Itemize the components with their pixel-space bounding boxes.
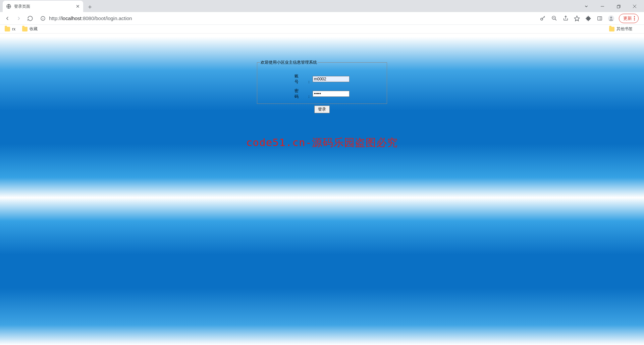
browser-chrome: 登录页面 ✕ ＋ http://localhost:8080/boot/logi… bbox=[0, 0, 644, 33]
tab-bar: 登录页面 ✕ ＋ bbox=[0, 0, 644, 12]
account-input[interactable] bbox=[313, 76, 350, 82]
info-icon[interactable] bbox=[40, 16, 46, 21]
address-bar: http://localhost:8080/boot/login.action … bbox=[0, 12, 644, 25]
globe-icon bbox=[6, 4, 11, 9]
tab-title: 登录页面 bbox=[14, 4, 73, 9]
url-field[interactable]: http://localhost:8080/boot/login.action bbox=[37, 13, 537, 23]
account-label: 账 号： bbox=[294, 73, 311, 85]
bookmark-rx[interactable]: rx bbox=[5, 27, 15, 31]
url-text: http://localhost:8080/boot/login.action bbox=[49, 15, 132, 21]
login-button[interactable]: 登录 bbox=[314, 106, 330, 113]
bookmark-fav[interactable]: 收藏 bbox=[22, 26, 38, 32]
new-tab-button[interactable]: ＋ bbox=[85, 2, 95, 11]
extensions-icon[interactable] bbox=[585, 15, 592, 22]
key-icon[interactable] bbox=[539, 15, 546, 22]
window-close-icon[interactable] bbox=[627, 1, 642, 11]
password-input[interactable] bbox=[313, 91, 350, 97]
login-legend: 欢迎使用小区业主信息管理系统 bbox=[260, 60, 318, 65]
folder-icon bbox=[22, 27, 28, 31]
password-label: 密 码： bbox=[294, 88, 311, 99]
svg-rect-13 bbox=[598, 16, 602, 20]
svg-rect-2 bbox=[617, 5, 619, 8]
update-label: 更新 bbox=[623, 15, 632, 21]
login-fieldset: 欢迎使用小区业主信息管理系统 账 号： 密 码： 登录 bbox=[257, 60, 387, 104]
chevron-down-icon[interactable] bbox=[579, 1, 594, 11]
minimize-icon[interactable] bbox=[595, 1, 610, 11]
profile-icon[interactable] bbox=[607, 15, 615, 22]
page-content: 欢迎使用小区业主信息管理系统 账 号： 密 码： 登录 code51.cn-源码… bbox=[0, 33, 644, 345]
window-controls bbox=[579, 1, 644, 12]
submit-row: 登录 bbox=[257, 106, 387, 113]
toolbar-right: 更新 bbox=[539, 14, 641, 23]
browser-tab[interactable]: 登录页面 ✕ bbox=[3, 1, 83, 12]
svg-line-10 bbox=[555, 19, 556, 20]
star-icon[interactable] bbox=[573, 15, 581, 22]
maximize-icon[interactable] bbox=[611, 1, 626, 11]
back-button[interactable] bbox=[3, 14, 12, 23]
bookmark-bar: rx 收藏 其他书签 bbox=[0, 25, 644, 33]
account-row: 账 号： bbox=[257, 73, 387, 85]
update-button[interactable]: 更新 bbox=[619, 14, 639, 23]
svg-point-16 bbox=[610, 16, 612, 18]
bookmark-other[interactable]: 其他书签 bbox=[609, 26, 633, 32]
watermark-text: code51.cn-源码乐园盗图必究 bbox=[246, 136, 398, 150]
reload-button[interactable] bbox=[25, 14, 35, 23]
password-row: 密 码： bbox=[257, 88, 387, 99]
close-icon[interactable]: ✕ bbox=[76, 4, 80, 9]
folder-icon bbox=[609, 27, 614, 31]
svg-point-8 bbox=[541, 18, 543, 20]
zoom-icon[interactable] bbox=[550, 15, 558, 22]
share-icon[interactable] bbox=[562, 15, 569, 22]
side-panel-icon[interactable] bbox=[596, 15, 603, 22]
kebab-icon bbox=[634, 16, 635, 20]
folder-icon bbox=[5, 27, 10, 31]
forward-button[interactable] bbox=[14, 14, 23, 23]
